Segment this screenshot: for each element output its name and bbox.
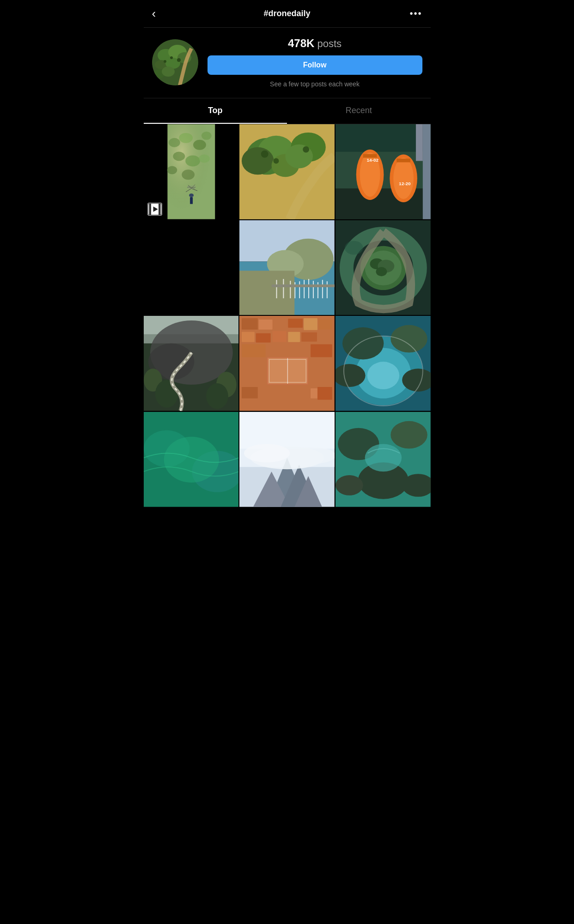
svg-point-139	[244, 444, 290, 463]
svg-rect-133	[239, 412, 335, 448]
svg-rect-24	[190, 197, 193, 204]
svg-rect-70	[304, 280, 305, 298]
tab-top[interactable]: Top	[144, 98, 287, 124]
svg-point-122	[391, 325, 427, 353]
svg-point-19	[185, 156, 200, 167]
more-options-button[interactable]: •••	[404, 8, 422, 19]
grid-item-11[interactable]	[336, 412, 431, 507]
svg-point-15	[179, 133, 193, 143]
svg-rect-76	[272, 284, 335, 287]
tabs: Top Recent	[144, 98, 431, 124]
svg-rect-103	[273, 331, 287, 342]
svg-rect-64	[239, 271, 294, 315]
svg-rect-105	[301, 332, 317, 342]
grid-item-2[interactable]	[239, 124, 335, 219]
svg-rect-113	[242, 387, 258, 399]
svg-rect-69	[299, 281, 300, 298]
svg-rect-112	[311, 344, 332, 357]
svg-point-120	[367, 362, 399, 390]
grid-item-6[interactable]	[144, 316, 239, 411]
svg-point-21	[167, 166, 177, 174]
back-button[interactable]: ‹	[152, 6, 171, 21]
grid-item-10[interactable]	[239, 412, 335, 507]
profile-section: 478K posts Follow See a few top posts ea…	[144, 28, 431, 98]
svg-point-9	[177, 58, 181, 62]
svg-point-83	[376, 267, 387, 276]
grid-item-4[interactable]	[239, 220, 335, 315]
profile-info: 478K posts Follow See a few top posts ea…	[208, 37, 422, 88]
svg-point-7	[162, 66, 175, 77]
svg-point-140	[290, 447, 334, 464]
svg-rect-96	[259, 320, 273, 330]
svg-rect-66	[283, 279, 284, 298]
svg-rect-49	[336, 188, 431, 219]
grid-item-7[interactable]	[239, 316, 335, 411]
svg-rect-101	[242, 332, 255, 342]
follow-button[interactable]: Follow	[208, 55, 422, 75]
svg-rect-58	[423, 124, 431, 219]
svg-rect-114	[260, 388, 273, 399]
svg-rect-97	[274, 318, 287, 329]
svg-rect-75	[327, 281, 328, 298]
svg-point-18	[173, 152, 185, 161]
svg-point-16	[193, 140, 206, 150]
svg-text:14-02: 14-02	[366, 157, 379, 163]
grid-item-1[interactable]	[144, 124, 239, 219]
svg-rect-72	[313, 281, 314, 298]
svg-rect-102	[256, 333, 271, 343]
svg-point-10	[164, 60, 166, 63]
svg-rect-52	[363, 154, 377, 158]
grid-item-5[interactable]	[336, 220, 431, 315]
svg-rect-65	[276, 280, 277, 298]
svg-point-55	[393, 158, 414, 199]
posts-count: 478K posts	[288, 37, 342, 50]
svg-rect-67	[290, 281, 291, 298]
grid-item-8[interactable]	[336, 316, 431, 411]
svg-point-22	[182, 169, 195, 180]
svg-point-14	[168, 138, 180, 147]
video-indicator	[147, 203, 162, 216]
grid-item-3[interactable]: 14-02 12-20	[336, 124, 431, 219]
svg-rect-98	[288, 319, 303, 328]
svg-rect-111	[242, 344, 266, 357]
svg-rect-104	[288, 332, 300, 342]
svg-point-45	[274, 158, 279, 164]
svg-rect-99	[304, 318, 318, 330]
header: ‹ #dronedaily •••	[144, 0, 431, 28]
svg-point-46	[303, 146, 309, 153]
svg-point-20	[198, 155, 209, 163]
svg-point-84	[345, 241, 363, 254]
svg-point-23	[189, 193, 194, 197]
svg-text:12-20: 12-20	[399, 181, 411, 186]
svg-rect-56	[397, 159, 410, 163]
page-title: #dronedaily	[171, 9, 404, 18]
svg-rect-95	[242, 318, 258, 330]
subtitle-text: See a few top posts each week	[270, 80, 360, 88]
grid-item-9[interactable]	[144, 412, 239, 507]
svg-rect-100	[318, 320, 332, 330]
svg-point-17	[201, 132, 211, 140]
svg-rect-106	[318, 332, 332, 343]
svg-point-92	[155, 380, 178, 408]
svg-point-44	[261, 151, 269, 158]
svg-rect-34	[159, 203, 161, 215]
svg-rect-33	[149, 203, 151, 215]
hashtag-avatar	[152, 39, 198, 85]
svg-point-40	[242, 147, 274, 175]
tab-recent[interactable]: Recent	[287, 98, 431, 124]
svg-rect-74	[322, 280, 323, 298]
svg-point-143	[391, 421, 427, 449]
svg-point-145	[336, 475, 363, 495]
photo-grid: 14-02 12-20	[144, 124, 431, 507]
svg-rect-116	[318, 387, 332, 400]
svg-point-8	[170, 56, 173, 59]
svg-rect-71	[308, 279, 309, 298]
svg-point-93	[206, 383, 228, 409]
svg-rect-59	[416, 124, 423, 161]
